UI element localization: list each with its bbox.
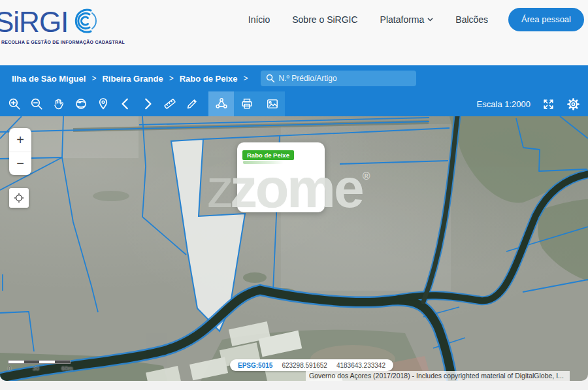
sirgic-logo[interactable]: SiRGI RECOLHA E GESTÃO DE INFORMAÇÃO CAD…: [0, 7, 125, 44]
pencil-icon: [186, 97, 199, 110]
sirgic-app: SiRGI RECOLHA E GESTÃO DE INFORMAÇÃO CAD…: [0, 0, 588, 390]
breadcrumb-municipality[interactable]: Ribeira Grande: [102, 74, 163, 84]
ruler-icon: [163, 97, 176, 110]
toolbar-right: Escala 1:2000: [477, 91, 580, 116]
header: SiRGI RECOLHA E GESTÃO DE INFORMAÇÃO CAD…: [0, 0, 588, 65]
scalebar: 0 30 60m: [8, 360, 71, 372]
next-extent-button[interactable]: [137, 91, 159, 116]
nav-sobre[interactable]: Sobre o SiRGIC: [292, 14, 357, 25]
coord-y: 4183643.233342: [336, 362, 385, 369]
chevron-left-icon: [119, 97, 132, 110]
map-canvas[interactable]: Rabo de Peixe zzome® + − 0 30 60m: [0, 116, 588, 381]
coord-x: 623298.591652: [282, 362, 327, 369]
coordinate-readout: EPSG:5015 623298.591652 4183643.233342: [230, 359, 393, 371]
map-zoom-in-button[interactable]: +: [9, 128, 31, 152]
breadcrumb-separator: >: [91, 74, 96, 83]
feature-popup: Rabo de Peixe: [237, 142, 325, 212]
fullscreen-button[interactable]: [542, 98, 555, 110]
globe-icon: [74, 97, 88, 110]
map-pin-icon: [97, 97, 110, 110]
logo-c-icon: [69, 7, 97, 38]
zoom-in-icon: [8, 97, 21, 110]
breadcrumb-separator: >: [244, 74, 248, 83]
export-image-tool-button[interactable]: [259, 91, 285, 116]
nav-balcoes[interactable]: Balcões: [455, 14, 488, 25]
epsg-code: EPSG:5015: [238, 362, 272, 369]
map-zoom-out-button[interactable]: −: [9, 152, 31, 175]
chevron-down-icon: [427, 18, 433, 22]
draw-tool-button[interactable]: [181, 91, 203, 116]
hand-pan-icon: [52, 97, 65, 110]
geolocate-button[interactable]: [9, 188, 29, 208]
fullscreen-icon: [542, 98, 555, 110]
zoom-out-tool-button[interactable]: [25, 91, 48, 116]
chevron-right-icon: [141, 97, 154, 110]
print-tool-button[interactable]: [234, 91, 259, 116]
locate-tool-button[interactable]: [92, 91, 114, 116]
breadcrumb-island[interactable]: Ilha de São Miguel: [12, 74, 86, 84]
zoom-control: + −: [9, 128, 31, 175]
pan-tool-button[interactable]: [48, 91, 70, 116]
printer-icon: [240, 97, 253, 110]
search-icon: [266, 74, 275, 83]
topology-icon: [215, 97, 228, 110]
breadcrumb: Ilha de São Miguel > Ribeira Grande > Ra…: [0, 65, 588, 91]
parish-badge: Rabo de Peixe: [242, 150, 294, 160]
crosshair-icon: [14, 193, 24, 203]
measure-tool-button[interactable]: [159, 91, 181, 116]
image-icon: [266, 97, 279, 110]
zoom-in-tool-button[interactable]: [3, 91, 25, 116]
globe-tool-button[interactable]: [70, 91, 92, 116]
zoom-out-icon: [30, 97, 43, 110]
nav-plataforma[interactable]: Plataforma: [380, 14, 434, 25]
main-nav: Início Sobre o SiRGIC Plataforma Balcões…: [237, 8, 584, 31]
attribution: Governo dos Açores (2017/2018) - Include…: [306, 371, 570, 381]
breadcrumb-separator: >: [169, 74, 174, 83]
scale-label: Escala 1:2000: [477, 99, 531, 109]
logo-tagline: RECOLHA E GESTÃO DE INFORMAÇÃO CADASTRAL: [1, 40, 125, 44]
breadcrumb-parish[interactable]: Rabo de Peixe: [180, 74, 238, 84]
previous-extent-button[interactable]: [114, 91, 137, 116]
logo-wordmark: SiRGI: [0, 8, 68, 37]
predio-search: [261, 71, 416, 86]
nav-inicio[interactable]: Início: [248, 14, 270, 25]
area-pessoal-button[interactable]: Área pessoal: [508, 8, 584, 31]
popup-faint-text: [243, 161, 284, 164]
gear-icon: [566, 97, 580, 111]
tool-group: [208, 91, 285, 116]
topology-tool-button[interactable]: [208, 91, 234, 116]
search-input[interactable]: [279, 74, 411, 83]
settings-button[interactable]: [566, 97, 580, 111]
